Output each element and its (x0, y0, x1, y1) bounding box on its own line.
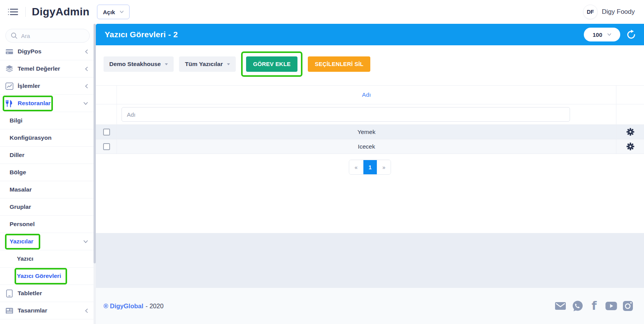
add-task-button[interactable]: GÖREV EKLE (246, 56, 297, 72)
tasks-table: Adı Yemek (96, 85, 644, 154)
sidebar-scrollbar-thumb[interactable] (94, 24, 96, 263)
gear-icon[interactable] (626, 128, 634, 136)
pagination-next[interactable]: » (377, 160, 391, 174)
content-card: Demo Steakhouse Tüm Yazıcılar GÖREV EKLE… (96, 45, 644, 233)
pagination-prev[interactable]: « (349, 160, 363, 174)
delete-selected-button[interactable]: SEÇİLENLERİ SİL (308, 56, 370, 72)
user-menu[interactable]: DF Digy Foody (583, 5, 635, 19)
sidebar-item-label: DigyPos (18, 48, 41, 55)
row-name: Yemek (117, 129, 616, 136)
caret-down-icon (165, 63, 168, 65)
header-divider (25, 7, 26, 17)
page-title: Yazıcı Görevleri - 2 (105, 30, 178, 39)
page-header-bar: Yazıcı Görevleri - 2 100 (96, 24, 644, 45)
sidebar-item-gruplar[interactable]: Gruplar (0, 198, 94, 216)
toolbar: Demo Steakhouse Tüm Yazıcılar GÖREV EKLE… (96, 45, 644, 85)
chevron-left-icon (85, 84, 88, 89)
table-header-row: Adı (96, 86, 644, 104)
sidebar-item-label: Tabletler (18, 290, 42, 297)
pagination: « 1 » (96, 160, 644, 175)
footer: ® DigyGlobal - 2020 f (96, 288, 644, 324)
sidebar-item-label: Masalar (10, 186, 32, 193)
utensils-icon (5, 99, 14, 107)
row-checkbox[interactable] (103, 129, 110, 136)
sidebar-item-label: Restoranlar (18, 100, 51, 107)
sidebar-item-islemler[interactable]: İşlemler (0, 78, 94, 95)
page-size-value: 100 (593, 31, 602, 38)
chevron-down-icon (83, 240, 88, 243)
sidebar-item-label: Yazıcılar (10, 238, 33, 245)
copyright-text: ® DigyGlobal - 2020 (104, 303, 164, 310)
email-icon[interactable] (554, 301, 567, 311)
sidebar-item-restoranlar[interactable]: Restoranlar (0, 95, 94, 112)
sidebar-item-label: Diller (10, 152, 25, 159)
sidebar-item-bolge[interactable]: Bölge (0, 164, 94, 181)
search-icon (11, 32, 18, 41)
caret-down-icon (227, 63, 230, 65)
avatar: DF (583, 5, 598, 19)
sidebar-item-digypos[interactable]: DigyPos (0, 43, 94, 60)
table-row: Yemek (96, 125, 644, 139)
printer-filter-dropdown[interactable]: Tüm Yazıcılar (179, 56, 236, 72)
sidebar-item-tasarimlar[interactable]: Tasarımlar (0, 302, 94, 319)
chevron-left-icon (85, 49, 88, 54)
table-row: Icecek (96, 139, 644, 154)
newspaper-icon (5, 307, 14, 314)
chevron-left-icon (85, 66, 88, 71)
sidebar-item-label: Yazıcı Görevleri (17, 273, 61, 279)
instagram-icon[interactable] (622, 301, 634, 311)
app-title: DigyAdmin (32, 6, 89, 18)
chart-icon (5, 83, 14, 90)
restaurant-filter-dropdown[interactable]: Demo Steakhouse (104, 56, 174, 72)
youtube-icon[interactable] (605, 301, 617, 311)
layers-icon (5, 65, 14, 73)
search-input[interactable] (5, 29, 90, 43)
sidebar-nav: DigyPos Temel Değerler İşlemler (0, 43, 94, 319)
filter-checkbox-cell (96, 104, 117, 124)
sidebar-item-label: Temel Değerler (18, 65, 60, 72)
chevron-down-icon (607, 33, 611, 36)
top-header: DigyAdmin Açık DF Digy Foody (0, 0, 644, 24)
name-column-sort-link[interactable]: Adı (362, 91, 371, 98)
sidebar-item-temel-degerler[interactable]: Temel Değerler (0, 60, 94, 78)
name-filter-input[interactable] (122, 107, 570, 122)
sidebar-item-yazici[interactable]: Yazıcı (0, 250, 94, 268)
annotation-box-gorev-ekle: GÖREV EKLE (241, 51, 302, 77)
restaurant-filter-value: Demo Steakhouse (109, 61, 161, 68)
header-actions-cell (616, 86, 644, 104)
page-size-dropdown[interactable]: 100 (584, 28, 620, 41)
sidebar-item-label: Personel (10, 221, 34, 228)
pagination-page-1[interactable]: 1 (363, 160, 377, 174)
copyright-year: - 2020 (146, 303, 164, 310)
sidebar-item-label: Bilgi (10, 117, 23, 124)
row-checkbox[interactable] (103, 143, 110, 150)
whatsapp-icon[interactable] (571, 300, 583, 312)
status-dropdown[interactable]: Açık (97, 5, 130, 19)
content-background-gap (96, 233, 644, 288)
tablet-icon (5, 289, 14, 298)
refresh-icon[interactable] (626, 30, 636, 40)
sidebar-item-bilgi[interactable]: Bilgi (0, 112, 94, 129)
sidebar-item-label: Tasarımlar (18, 307, 47, 314)
sidebar-item-yazici-gorevleri[interactable]: Yazıcı Görevleri (0, 268, 94, 285)
sidebar: DigyPos Temel Değerler İşlemler (0, 24, 96, 324)
sidebar-item-konfigurasyon[interactable]: Konfigürasyon (0, 129, 94, 147)
credit-card-icon (5, 48, 14, 55)
main-content: Yazıcı Görevleri - 2 100 Demo Steakhouse… (96, 24, 644, 324)
sidebar-item-label: Yazıcı (17, 255, 33, 262)
user-name: Digy Foody (602, 8, 635, 16)
sidebar-item-label: Konfigürasyon (10, 134, 51, 141)
brand-link[interactable]: ® DigyGlobal (104, 303, 143, 310)
table-filter-row (96, 104, 644, 125)
gear-icon[interactable] (626, 142, 634, 150)
chevron-left-icon (85, 308, 88, 313)
sidebar-item-tabletler[interactable]: Tabletler (0, 285, 94, 302)
facebook-icon[interactable]: f (588, 300, 600, 312)
sidebar-item-yazicilar[interactable]: Yazıcılar (0, 233, 94, 250)
hamburger-menu-icon[interactable] (8, 8, 18, 16)
row-name: Icecek (117, 143, 616, 150)
sidebar-item-personel[interactable]: Personel (0, 216, 94, 233)
sidebar-item-masalar[interactable]: Masalar (0, 181, 94, 198)
sidebar-item-label: Bölge (10, 169, 26, 176)
sidebar-item-diller[interactable]: Diller (0, 147, 94, 164)
